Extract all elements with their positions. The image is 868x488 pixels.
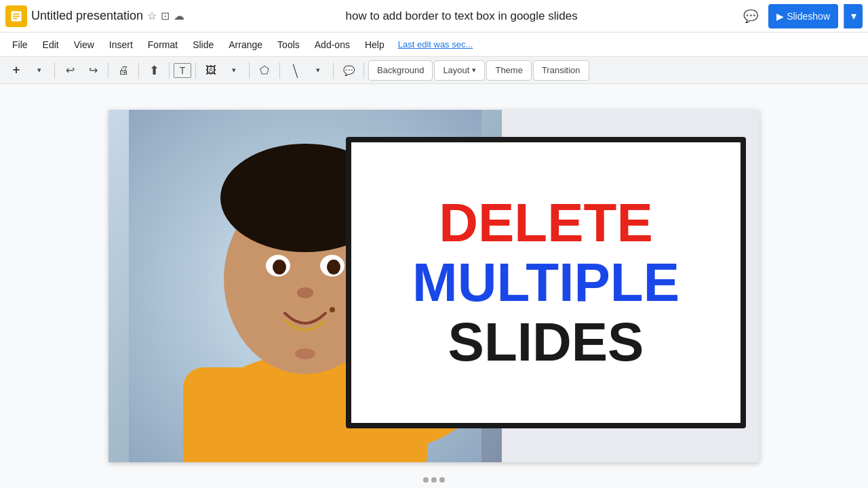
- svg-point-14: [297, 287, 313, 298]
- menu-insert[interactable]: Insert: [102, 37, 140, 53]
- undo-button[interactable]: ↩: [59, 60, 81, 81]
- svg-point-19: [330, 307, 335, 312]
- comments-icon[interactable]: 💬: [738, 4, 763, 28]
- transition-label: Transition: [542, 65, 580, 75]
- slide-textbox[interactable]: DELETE MULTIPLE SLIDES: [346, 137, 746, 428]
- svg-point-13: [327, 260, 340, 274]
- toolbar-divider-6: [249, 62, 250, 79]
- svg-rect-2: [13, 16, 20, 17]
- transition-button[interactable]: Transition: [533, 60, 589, 81]
- menu-tools[interactable]: Tools: [271, 37, 307, 53]
- main-content: DELETE MULTIPLE SLIDES: [0, 84, 868, 488]
- app-logo[interactable]: [5, 5, 27, 27]
- present-dropdown[interactable]: ▾: [844, 4, 863, 28]
- svg-rect-3: [13, 18, 18, 19]
- svg-point-15: [295, 348, 315, 359]
- add-button[interactable]: +: [5, 60, 27, 81]
- slideshow-label: Slideshow: [787, 11, 830, 22]
- cloud-icon[interactable]: ☁: [174, 9, 184, 22]
- toolbar-divider-8: [333, 62, 334, 79]
- background-label: Background: [377, 65, 424, 75]
- toolbar-divider-3: [138, 62, 139, 79]
- doc-title[interactable]: Untitled presentation: [31, 9, 143, 23]
- menu-file[interactable]: File: [5, 37, 35, 53]
- toolbar-divider-9: [363, 62, 364, 79]
- star-icon[interactable]: ☆: [147, 9, 157, 22]
- menu-addons[interactable]: Add-ons: [308, 37, 357, 53]
- slide-nav-dots: [423, 477, 445, 483]
- line-tool[interactable]: ╱: [279, 55, 310, 85]
- slide-area: DELETE MULTIPLE SLIDES: [0, 84, 868, 488]
- present-button[interactable]: ▶ Slideshow: [768, 4, 838, 28]
- redo-button[interactable]: ↪: [82, 60, 104, 81]
- top-bar: Untitled presentation ☆ ⊡ ☁ how to add b…: [0, 0, 868, 33]
- layout-dropdown-icon: ▾: [472, 66, 476, 75]
- folder-icon[interactable]: ⊡: [161, 9, 170, 22]
- slide-text-delete: DELETE: [439, 193, 653, 253]
- svg-point-12: [273, 260, 286, 274]
- toolbar: + ▾ ↩ ↪ 🖨 ⬆ T 🖼 ▾ ⬠ ╱ ▾ 💬 Background Lay…: [0, 57, 868, 84]
- select-tool[interactable]: ⬆: [143, 60, 165, 81]
- slide-canvas[interactable]: DELETE MULTIPLE SLIDES: [108, 110, 760, 462]
- nav-dot-2[interactable]: [431, 477, 437, 483]
- toolbar-divider-1: [54, 62, 55, 79]
- layout-label: Layout: [443, 65, 469, 75]
- menu-arrange[interactable]: Arrange: [222, 37, 269, 53]
- present-icon: ▶: [776, 11, 784, 22]
- menu-format[interactable]: Format: [141, 37, 184, 53]
- search-bar: how to add border to text box in google …: [189, 9, 734, 23]
- menu-help[interactable]: Help: [358, 37, 391, 53]
- title-area: Untitled presentation ☆ ⊡ ☁: [31, 9, 184, 23]
- toolbar-divider-2: [108, 62, 108, 79]
- last-edit-status[interactable]: Last edit was sec...: [398, 39, 473, 49]
- search-text: how to add border to text box in google …: [346, 9, 578, 23]
- menu-slide[interactable]: Slide: [186, 37, 220, 53]
- theme-label: Theme: [495, 65, 522, 75]
- print-button[interactable]: 🖨: [113, 60, 134, 81]
- image-dropdown[interactable]: ▾: [223, 60, 245, 81]
- line-dropdown[interactable]: ▾: [307, 60, 329, 81]
- add-dropdown[interactable]: ▾: [28, 60, 50, 81]
- comment-tool[interactable]: 💬: [338, 60, 359, 81]
- menu-bar: File Edit View Insert Format Slide Arran…: [0, 33, 868, 57]
- image-tool[interactable]: 🖼: [200, 60, 222, 81]
- svg-rect-1: [13, 13, 20, 14]
- top-right-icons: 💬 ▶ Slideshow ▾: [738, 4, 863, 28]
- menu-view[interactable]: View: [67, 37, 101, 53]
- slide-text-multiple: MULTIPLE: [412, 253, 679, 312]
- menu-edit[interactable]: Edit: [36, 37, 66, 53]
- toolbar-divider-4: [169, 62, 170, 79]
- layout-button[interactable]: Layout ▾: [434, 60, 485, 81]
- shape-tool[interactable]: ⬠: [254, 60, 275, 81]
- slide-text-slides: SLIDES: [448, 312, 644, 372]
- nav-dot-3[interactable]: [439, 477, 445, 483]
- toolbar-divider-5: [195, 62, 196, 79]
- textbox-tool[interactable]: T: [174, 63, 191, 78]
- theme-button[interactable]: Theme: [486, 60, 531, 81]
- background-button[interactable]: Background: [368, 60, 433, 81]
- nav-dot-1[interactable]: [423, 477, 429, 483]
